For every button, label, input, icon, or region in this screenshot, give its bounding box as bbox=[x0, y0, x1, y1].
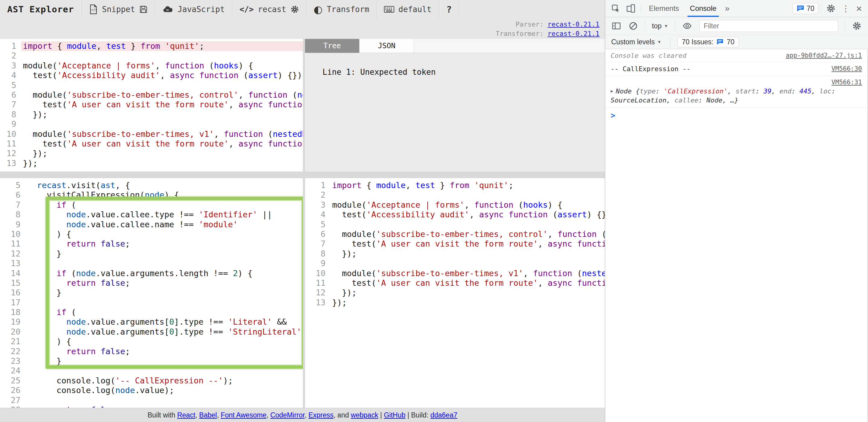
console-prompt-chevron[interactable]: > bbox=[605, 108, 867, 123]
footer-link[interactable]: Babel bbox=[199, 411, 217, 419]
parser-selector[interactable]: </> recast bbox=[232, 0, 307, 19]
transformer-version-link[interactable]: recast-0.21.1 bbox=[548, 30, 599, 37]
code-text: node.value.callee.type !== 'Identifier' … bbox=[25, 210, 303, 219]
code-line-8: 8 }); bbox=[305, 249, 605, 259]
expand-triangle-icon[interactable]: ▶ bbox=[611, 88, 613, 94]
code-line-11: 11 test('A user can visit the form route… bbox=[0, 139, 303, 149]
help-button[interactable]: ? bbox=[439, 0, 459, 19]
code-line-15: 15 return false; bbox=[0, 278, 303, 288]
transform-toggle[interactable]: ◐ Transform bbox=[307, 0, 377, 19]
horizontal-divider[interactable] bbox=[0, 172, 605, 178]
code-text: node.value.callee.name !== 'module' bbox=[25, 220, 303, 230]
line-number: 11 bbox=[305, 278, 330, 288]
code-text: return false; bbox=[25, 278, 303, 288]
line-number: 22 bbox=[0, 346, 25, 356]
code-text: }); bbox=[330, 249, 605, 259]
source-code-editor[interactable]: 1import { module, test } from 'qunit';23… bbox=[0, 39, 303, 172]
line-number: 27 bbox=[0, 395, 25, 405]
devtools-tab-bar: Elements Console » 70 ⋮ × bbox=[605, 0, 868, 17]
console-filter-input[interactable] bbox=[699, 20, 838, 32]
console-settings-gear-icon[interactable] bbox=[849, 21, 864, 30]
code-line-20: 20 node.value.arguments[0].type !== 'Str… bbox=[0, 327, 303, 337]
line-number: 14 bbox=[0, 269, 25, 278]
tab-json[interactable]: JSON bbox=[360, 39, 414, 53]
context-selector[interactable]: top ▼ bbox=[650, 22, 671, 30]
code-line-6: 6 module('subscribe-to-ember-times, cont… bbox=[305, 230, 605, 239]
transform-editor-pane[interactable]: 5 recast.visit(ast, {6 visitCallExpressi… bbox=[0, 178, 303, 408]
line-number: 3 bbox=[305, 200, 330, 210]
footer-link[interactable]: CodeMirror bbox=[270, 411, 305, 419]
close-devtools-icon[interactable]: × bbox=[853, 3, 865, 13]
code-line-13: 13 bbox=[0, 259, 303, 268]
code-text bbox=[25, 259, 303, 268]
code-text bbox=[330, 220, 605, 230]
code-line-6: 6 visitCallExpression(node) { bbox=[0, 190, 303, 200]
source-location-link[interactable]: app-9b0fdd2…-27.js:1 bbox=[786, 52, 862, 59]
issues-badge[interactable]: 70 bbox=[793, 3, 818, 14]
code-line-5: 5 bbox=[0, 81, 303, 90]
parser-label: Parser: bbox=[516, 21, 544, 28]
code-line-9: 9 bbox=[0, 119, 303, 129]
vertical-divider[interactable] bbox=[303, 39, 305, 172]
footer-link[interactable]: webpack bbox=[351, 411, 378, 419]
footer-link[interactable]: React bbox=[177, 411, 195, 419]
line-number: 20 bbox=[0, 327, 25, 337]
transform-code-editor[interactable]: 5 recast.visit(ast, {6 visitCallExpressi… bbox=[0, 178, 303, 408]
gear-icon[interactable] bbox=[290, 5, 299, 13]
title-group: AST Explorer bbox=[0, 0, 82, 19]
code-line-17: 17 bbox=[0, 298, 303, 307]
keymap-selector[interactable]: default bbox=[377, 0, 439, 19]
source-editor-pane[interactable]: 1import { module, test } from 'qunit';23… bbox=[0, 39, 303, 172]
line-number: 18 bbox=[0, 307, 25, 317]
footer-link[interactable]: GitHub bbox=[384, 411, 406, 419]
line-number: 23 bbox=[0, 356, 25, 366]
chevron-down-icon: ▼ bbox=[664, 24, 668, 28]
code-line-21: 21 ) { bbox=[0, 337, 303, 346]
file-code-icon: </> bbox=[89, 4, 98, 14]
clear-console-icon[interactable] bbox=[626, 21, 641, 30]
code-line-24: 24 bbox=[0, 366, 303, 375]
code-text: module('subscribe-to-ember-times, v1', f… bbox=[21, 129, 303, 139]
source-location-link[interactable]: VM566:30 bbox=[832, 65, 862, 73]
save-icon[interactable] bbox=[139, 5, 148, 13]
code-text: }); bbox=[21, 149, 303, 158]
inspect-icon[interactable] bbox=[608, 4, 623, 13]
settings-gear-icon[interactable] bbox=[824, 4, 838, 13]
ast-tree-pane: Tree JSON Line 1: Unexpected token bbox=[305, 39, 605, 172]
footer-link[interactable]: Font Awesome bbox=[221, 411, 267, 419]
parser-version-link[interactable]: recast-0.21.1 bbox=[548, 21, 599, 28]
log-levels-selector[interactable]: Custom levels ▼ bbox=[609, 38, 664, 46]
issues-pill[interactable]: 70 Issues: 70 bbox=[677, 37, 739, 47]
kebab-menu-icon[interactable]: ⋮ bbox=[838, 4, 853, 13]
tab-tree[interactable]: Tree bbox=[305, 39, 360, 53]
line-number: 10 bbox=[0, 129, 21, 139]
more-tabs-icon[interactable]: » bbox=[722, 4, 733, 13]
toggle-half-circle-icon: ◐ bbox=[314, 4, 323, 14]
code-text: } bbox=[25, 356, 303, 366]
tab-elements[interactable]: Elements bbox=[644, 0, 684, 17]
tab-console[interactable]: Console bbox=[684, 0, 722, 17]
editor-grid: 1import { module, test } from 'qunit';23… bbox=[0, 39, 605, 408]
context-selector-label: top bbox=[652, 22, 661, 30]
footer-link[interactable]: dda6ea7 bbox=[430, 411, 458, 419]
code-text: console.log('-- CallExpression --'); bbox=[25, 376, 303, 386]
line-number: 7 bbox=[0, 200, 25, 210]
divider bbox=[845, 21, 845, 31]
snippet-button[interactable]: Snippet bbox=[102, 5, 135, 14]
code-line-1: 1import { module, test } from 'qunit'; bbox=[0, 41, 303, 51]
source-location-link[interactable]: VM566:31 bbox=[832, 79, 862, 86]
eye-icon[interactable] bbox=[679, 21, 695, 30]
code-line-8: 8 node.value.callee.type !== 'Identifier… bbox=[0, 210, 303, 219]
footer-link[interactable]: Express bbox=[308, 411, 333, 419]
tree-tab-bar: Tree JSON bbox=[305, 39, 605, 53]
line-number: 11 bbox=[0, 139, 21, 149]
language-selector[interactable]: ∞ JavaScript bbox=[155, 0, 232, 19]
snippet-group: </> Snippet bbox=[82, 0, 156, 19]
device-toolbar-icon[interactable] bbox=[623, 4, 638, 13]
code-line-12: 12 }); bbox=[305, 288, 605, 298]
output-code-view: 1import { module, test } from 'qunit';23… bbox=[305, 178, 605, 408]
parser-name: recast bbox=[258, 5, 286, 14]
line-number: 10 bbox=[0, 230, 25, 239]
console-sidebar-icon[interactable] bbox=[609, 21, 624, 30]
vertical-divider[interactable] bbox=[303, 178, 305, 408]
